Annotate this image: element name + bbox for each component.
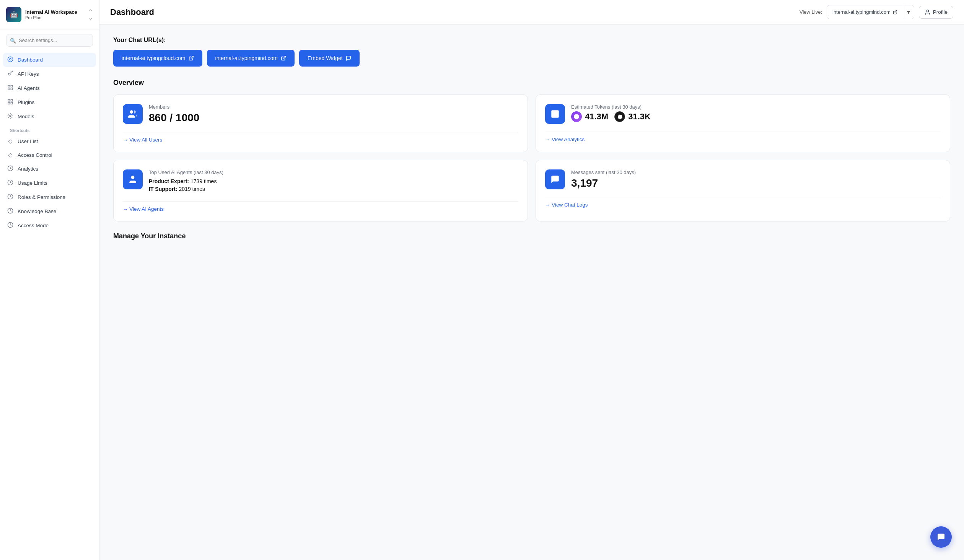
sidebar-item-label: Access Control [18,152,52,158]
svg-line-20 [191,56,193,59]
profile-button[interactable]: Profile [919,6,953,19]
sidebar-item-usage-limits[interactable]: Usage Limits [3,176,96,190]
svg-point-1 [10,59,11,60]
messages-value: 3,197 [571,177,941,190]
sidebar-chevron-icon[interactable]: ⌃⌄ [88,8,93,21]
sidebar-item-knowledge-base[interactable]: Knowledge Base [3,204,96,218]
knowledge-base-icon [7,208,14,215]
sidebar-item-access-control[interactable]: ◇ Access Control [3,148,96,162]
sidebar-header: 🤖 Internal AI Workspace Pro Plan ⌃⌄ [0,0,99,29]
sidebar-item-label: Access Mode [18,223,49,228]
view-chat-logs-link[interactable]: → View Chat Logs [545,197,941,208]
sidebar-item-label: Analytics [18,166,38,172]
page-title: Dashboard [110,7,800,17]
analytics-icon [7,165,14,173]
svg-rect-9 [11,99,13,101]
overview-title: Overview [113,79,950,87]
svg-rect-5 [11,85,13,87]
api-keys-icon [7,70,14,78]
sidebar-item-api-keys[interactable]: API Keys [3,67,96,81]
svg-rect-11 [11,102,13,104]
manage-title: Manage Your Instance [113,232,950,240]
view-live-button[interactable]: internal-ai.typingmind.com ▾ [827,5,914,19]
search-input[interactable] [6,34,93,47]
view-analytics-link[interactable]: → View Analytics [545,132,941,142]
cloud-url-button[interactable]: internal-ai.typingcloud.com [113,50,202,67]
members-label: Members [149,104,518,110]
main-nav: Dashboard API Keys AI Agents [0,51,99,234]
members-icon [128,109,138,119]
chat-fab[interactable] [930,526,952,548]
agents-title: Top Used AI Agents (last 30 days) [149,169,518,175]
svg-rect-10 [8,102,10,104]
app-name: Internal AI Workspace [25,9,85,15]
members-card: Members 860 / 1000 → View All Users [113,94,528,152]
models-icon [7,113,14,120]
sidebar-item-label: Models [18,114,34,119]
content-area: Your Chat URL(s): internal-ai.typingclou… [99,24,964,560]
topbar: Dashboard View Live: internal-ai.typingm… [99,0,964,24]
profile-label: Profile [933,9,948,15]
ai-agents-icon [7,85,14,92]
sidebar-item-dashboard[interactable]: Dashboard [3,53,96,67]
sidebar-item-label: Dashboard [18,57,43,63]
sidebar-item-label: Knowledge Base [18,208,56,214]
sidebar-item-label: Plugins [18,99,34,105]
openai-value: 31.3K [628,112,651,122]
view-ai-agents-link[interactable]: → View AI Agents [123,201,518,212]
tokens-label: Estimated Tokens (last 30 days) [571,104,941,110]
sidebar-item-user-list[interactable]: ◇ User List [3,134,96,148]
svg-point-2 [8,73,10,75]
tokens-icon-box [545,104,565,124]
access-control-icon: ◇ [7,151,14,158]
chat-urls-section: Your Chat URL(s): internal-ai.typingclou… [113,37,950,67]
chart-icon [550,109,560,119]
sidebar-item-label: API Keys [18,71,39,77]
token-claude: 41.3M [571,111,608,122]
usage-limits-icon [7,179,14,187]
members-value: 860 / 1000 [149,111,518,124]
shortcuts-label: Shortcuts [3,124,96,134]
openai-icon [614,111,625,122]
messages-label: Messages sent (last 30 days) [571,169,941,175]
external-link-icon [189,55,194,61]
svg-line-18 [895,10,897,13]
sidebar-item-roles-permissions[interactable]: Roles & Permissions [3,190,96,204]
external-link-icon [893,10,897,15]
messages-icon-box [545,169,565,189]
svg-point-29 [131,176,135,179]
url-buttons-group: internal-ai.typingcloud.com internal-ai.… [113,50,950,67]
sidebar-item-plugins[interactable]: Plugins [3,95,96,109]
view-live-label: View Live: [800,9,822,15]
sidebar-item-models[interactable]: Models [3,109,96,124]
access-mode-icon [7,222,14,229]
sidebar-item-label: Roles & Permissions [18,194,65,200]
search-icon: 🔍 [10,37,16,43]
view-live-url[interactable]: internal-ai.typingmind.com [827,6,903,18]
plan-label: Pro Plan [25,15,85,20]
messages-icon [550,174,560,184]
svg-point-0 [8,57,13,62]
manage-section: Manage Your Instance [113,232,950,240]
view-all-users-link[interactable]: → View All Users [123,132,518,143]
svg-point-12 [10,115,11,117]
view-live-caret[interactable]: ▾ [903,5,914,19]
claude-value: 41.3M [585,112,608,122]
embed-widget-button[interactable]: Embed Widget [299,50,360,67]
svg-rect-23 [551,110,559,118]
main-content: Dashboard View Live: internal-ai.typingm… [99,0,964,560]
tokens-card: Estimated Tokens (last 30 days) [536,94,950,152]
svg-line-21 [283,56,285,59]
roles-icon [7,194,14,201]
sidebar-item-analytics[interactable]: Analytics [3,162,96,176]
sidebar-item-ai-agents[interactable]: AI Agents [3,81,96,95]
claude-icon [571,111,582,122]
sidebar-item-access-mode[interactable]: Access Mode [3,218,96,233]
svg-rect-6 [8,88,10,90]
agents-icon-box [123,169,143,189]
mind-url-button[interactable]: internal-ai.typingmind.com [207,50,295,67]
dashboard-icon [7,56,14,63]
sidebar-item-label: User List [18,138,38,144]
sidebar-item-label: AI Agents [18,85,40,91]
topbar-right: View Live: internal-ai.typingmind.com ▾ … [800,5,953,19]
